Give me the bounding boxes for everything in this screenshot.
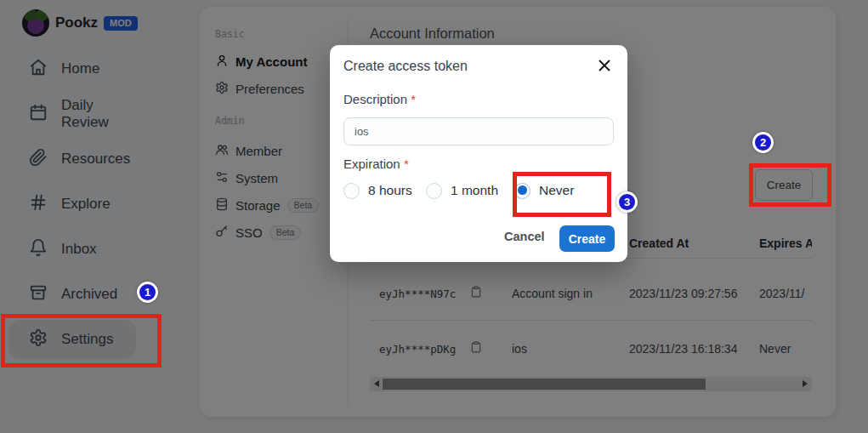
radio-circle[interactable]: [343, 183, 360, 199]
create-access-token-dialog: Create access token Description * Expira…: [330, 45, 627, 262]
cancel-button[interactable]: Cancel: [504, 230, 545, 243]
annotation-marker-3: 3: [616, 191, 638, 213]
annotation-marker-1: 1: [137, 282, 158, 303]
annotation-box-settings: [1, 314, 162, 367]
description-label: Description *: [343, 92, 416, 106]
dialog-title: Create access token: [343, 59, 468, 74]
annotation-marker-2: 2: [752, 132, 774, 153]
radio-circle[interactable]: [426, 183, 442, 199]
radio-8-hours[interactable]: 8 hours: [343, 180, 412, 201]
dialog-create-button[interactable]: Create: [559, 225, 615, 252]
radio-1-month[interactable]: 1 month: [426, 180, 498, 201]
expiration-label: Expiration *: [343, 157, 409, 171]
annotation-box-create: [749, 163, 831, 207]
annotation-box-never: [513, 172, 611, 217]
description-input[interactable]: [343, 117, 614, 145]
required-asterisk: *: [404, 157, 409, 171]
close-icon[interactable]: [595, 56, 616, 77]
required-asterisk: *: [411, 92, 416, 106]
